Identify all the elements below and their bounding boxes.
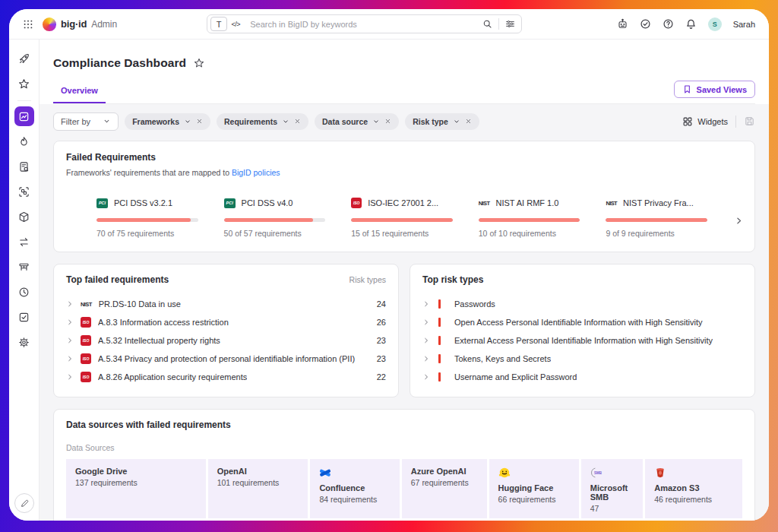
chevron-right-icon[interactable] xyxy=(66,337,74,344)
data-source-tile-azure-openai[interactable]: Azure OpenAI 67 requirements xyxy=(402,459,487,518)
progress-label: 15 of 15 requirements xyxy=(351,229,453,238)
edit-dashboard-button[interactable] xyxy=(14,493,34,513)
data-source-tile-google-drive[interactable]: Google Drive 137 requirements xyxy=(66,459,206,518)
notifications-bell-icon[interactable] xyxy=(685,18,697,30)
risk-type-label: Passwords xyxy=(454,299,495,309)
framework-card[interactable]: NISTNIST AI RMF 1.0 10 of 10 requirement… xyxy=(479,196,580,238)
chevron-right-icon[interactable] xyxy=(422,300,430,308)
data-source-tile-openai[interactable]: OpenAI 101 requirements xyxy=(208,459,308,518)
carousel-next-chevron-icon[interactable] xyxy=(734,216,744,226)
filter-bar: Filter by Frameworks Requirements xyxy=(53,111,755,131)
data-sources-group-label: Data Sources xyxy=(66,443,742,452)
close-icon[interactable] xyxy=(294,118,301,125)
chevron-right-icon[interactable] xyxy=(66,300,74,308)
sidebar-item-reports[interactable] xyxy=(14,157,34,176)
sidebar-item-dashboard[interactable] xyxy=(14,106,34,126)
sidebar-item-policies[interactable] xyxy=(14,307,34,327)
requirement-row[interactable]: NIST PR.DS-10 Data in use 24 xyxy=(66,295,386,313)
risk-severity-bar xyxy=(438,318,441,327)
search-code-mode-button[interactable]: </> xyxy=(227,17,244,31)
widgets-button[interactable]: Widgets xyxy=(682,116,728,127)
chevron-right-icon[interactable] xyxy=(422,337,430,344)
requirement-row[interactable]: ISO A.5.32 Intellectual property rights … xyxy=(66,331,386,350)
risk-type-count: 23 xyxy=(377,336,386,345)
data-source-detail: 67 requirements xyxy=(411,478,478,487)
risk-type-row[interactable]: Username and Explicit Password xyxy=(422,368,742,386)
favorite-star-icon[interactable] xyxy=(194,58,204,68)
progress-fill xyxy=(479,218,580,222)
help-icon[interactable] xyxy=(663,18,674,30)
toolbar-divider xyxy=(735,116,736,128)
card-subtitle: Frameworks' requirements that are mapped… xyxy=(66,168,742,177)
chevron-down-icon[interactable] xyxy=(282,118,289,125)
framework-name: PCI DSS v3.2.1 xyxy=(114,198,172,207)
chevron-right-icon[interactable] xyxy=(66,373,74,381)
chevron-down-icon[interactable] xyxy=(453,118,460,125)
filter-by-dropdown[interactable]: Filter by xyxy=(53,112,119,131)
chevron-right-icon[interactable] xyxy=(422,355,430,363)
requirement-row[interactable]: ISO A.8.3 Information access restriction… xyxy=(66,313,386,331)
framework-card[interactable]: ISOISO-IEC 27001 2... 15 of 15 requireme… xyxy=(351,196,453,238)
filter-chip-risk-type[interactable]: Risk type xyxy=(405,113,479,130)
chevron-right-icon[interactable] xyxy=(422,373,430,381)
bigid-policies-link[interactable]: BigID policies xyxy=(232,168,280,177)
search-text-mode-button[interactable]: T xyxy=(210,17,227,31)
requirement-label: A.8.26 Application security requirements xyxy=(98,372,247,382)
chevron-down-icon[interactable] xyxy=(372,118,380,125)
sidebar-item-data-flows[interactable] xyxy=(14,232,34,252)
tab-overview[interactable]: Overview xyxy=(53,81,106,103)
framework-card[interactable]: PCIPCI DSS v3.2.1 70 of 75 requirements xyxy=(96,196,198,238)
chip-label: Risk type xyxy=(413,117,448,126)
search-input[interactable] xyxy=(244,20,482,29)
top-risk-types-card: Top risk types Passwords Open xyxy=(410,264,755,397)
sidebar-item-inventory[interactable] xyxy=(14,207,34,226)
app-grid-icon[interactable] xyxy=(23,19,33,30)
filter-chip-frameworks[interactable]: Frameworks xyxy=(125,113,210,130)
advanced-search-icon[interactable] xyxy=(505,19,515,29)
data-source-tile-amazon-s3[interactable]: Amazon S3 46 requirements xyxy=(645,459,742,518)
iso-logo-icon: ISO xyxy=(351,198,362,208)
filter-chip-data-source[interactable]: Data source xyxy=(315,113,399,130)
risk-type-row[interactable]: External Access Personal Identifiable In… xyxy=(422,331,742,350)
sidebar-item-settings[interactable] xyxy=(14,332,34,352)
chevron-right-icon[interactable] xyxy=(422,318,430,326)
framework-card[interactable]: PCIPCI DSS v4.0 50 of 57 requirements xyxy=(224,196,326,238)
close-icon[interactable] xyxy=(465,118,472,125)
iso-logo-icon: ISO xyxy=(81,317,91,328)
tasks-check-icon[interactable] xyxy=(640,18,651,30)
user-name[interactable]: Sarah xyxy=(733,20,755,29)
filter-chip-requirements[interactable]: Requirements xyxy=(217,113,308,130)
sidebar-item-data-map[interactable] xyxy=(14,257,34,277)
requirement-row[interactable]: ISO A.8.26 Application security requirem… xyxy=(66,368,386,386)
chevron-down-icon[interactable] xyxy=(184,118,191,125)
saved-views-button[interactable]: Saved Views xyxy=(674,81,755,98)
data-source-tile-microsoft-smb[interactable]: Microsoft SMB 47 xyxy=(581,459,643,518)
brand[interactable]: big·id Admin xyxy=(43,17,117,31)
data-source-detail: 101 requirements xyxy=(217,478,299,487)
chevron-right-icon[interactable] xyxy=(66,355,74,363)
sidebar-item-activity-log[interactable] xyxy=(14,282,34,302)
requirement-row[interactable]: ISO A.5.34 Privacy and protection of per… xyxy=(66,350,386,368)
data-source-tile-hugging-face[interactable]: Hugging Face 66 requirements xyxy=(489,459,579,518)
sidebar-item-classification[interactable] xyxy=(14,182,34,201)
risk-severity-bar xyxy=(438,372,441,382)
close-icon[interactable] xyxy=(196,118,203,125)
sidebar-item-data-activity[interactable] xyxy=(14,131,34,151)
top-bar: big·id Admin T </> S Sarah xyxy=(9,9,769,40)
search-divider xyxy=(498,18,499,30)
chevron-right-icon[interactable] xyxy=(66,318,74,326)
risk-type-row[interactable]: Open Access Personal Identifiable Inform… xyxy=(422,313,742,331)
sidebar-item-favorites[interactable] xyxy=(14,74,34,93)
search-icon[interactable] xyxy=(482,19,492,29)
assistant-bot-icon[interactable] xyxy=(617,18,628,30)
user-avatar[interactable]: S xyxy=(708,17,722,31)
progress-track xyxy=(606,218,707,222)
close-icon[interactable] xyxy=(384,118,391,125)
risk-type-row[interactable]: Tokens, Keys and Secrets xyxy=(422,350,742,368)
requirement-label: PR.DS-10 Data in use xyxy=(99,299,181,309)
data-source-tile-confluence[interactable]: Confluence 84 requirements xyxy=(310,459,399,518)
save-view-icon[interactable] xyxy=(744,116,755,127)
framework-card[interactable]: NISTNIST Privacy Fra... 9 of 9 requireme… xyxy=(606,196,707,238)
risk-type-row[interactable]: Passwords xyxy=(422,295,742,313)
sidebar-item-getting-started[interactable] xyxy=(14,49,34,68)
